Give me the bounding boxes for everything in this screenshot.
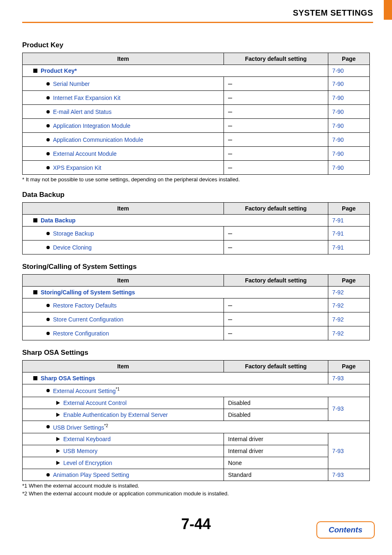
sup-1: *1 <box>116 387 120 391</box>
table-row: USB Memory Internal driver <box>23 445 370 457</box>
link-restore-factory-defaults[interactable]: Restore Factory Defaults <box>53 302 117 309</box>
page-link[interactable]: 7-90 <box>332 150 344 157</box>
th-factory: Factory default setting <box>224 275 328 287</box>
page-link[interactable]: 7-92 <box>332 302 344 309</box>
table-row: External Account Control Disabled 7-93 <box>23 397 370 409</box>
triangle-icon <box>56 413 60 417</box>
link-storing-calling[interactable]: Storing/Calling of System Settings <box>41 289 135 296</box>
page-link[interactable]: 7-91 <box>332 244 344 251</box>
table-row: Restore Factory Defaults – 7-92 <box>23 298 370 312</box>
page-link[interactable]: 7-92 <box>332 316 344 323</box>
footnote-sharp-osa-1: *1 When the external account module is i… <box>22 483 370 489</box>
value: Internal driver <box>224 445 328 457</box>
link-usb-memory[interactable]: USB Memory <box>63 448 97 454</box>
th-item: Item <box>23 203 224 215</box>
section-heading-storing-calling: Storing/Calling of System Settings <box>22 263 370 271</box>
page-link[interactable]: 7-91 <box>332 230 344 237</box>
table-row: Restore Configuration – 7-92 <box>23 326 370 340</box>
th-page: Page <box>328 361 369 372</box>
page-link[interactable]: 7-90 <box>332 95 344 101</box>
triangle-icon <box>56 401 60 405</box>
link-product-key[interactable]: Product Key <box>41 67 74 74</box>
th-factory: Factory default setting <box>224 53 328 65</box>
link-external-account-control[interactable]: External Account Control <box>63 400 127 406</box>
value: – <box>228 301 232 309</box>
table-row: Level of Encryption None <box>23 457 370 469</box>
link-internet-fax-expansion-kit[interactable]: Internet Fax Expansion Kit <box>53 95 120 101</box>
disc-icon <box>46 332 50 335</box>
table-storing-calling: Item Factory default setting Page Storin… <box>22 274 370 340</box>
link-level-of-encryption[interactable]: Level of Encryption <box>63 460 112 466</box>
sup-2: *2 <box>104 423 108 428</box>
footnote-product-key: * It may not be possible to use some set… <box>22 176 370 183</box>
link-serial-number[interactable]: Serial Number <box>53 81 90 87</box>
link-store-current-configuration[interactable]: Store Current Configuration <box>53 316 123 323</box>
disc-icon <box>46 96 50 99</box>
page-link[interactable]: 7-92 <box>332 289 344 296</box>
square-icon <box>33 290 37 294</box>
value: – <box>228 163 232 171</box>
link-restore-configuration[interactable]: Restore Configuration <box>53 330 109 337</box>
page-link[interactable]: 7-93 <box>332 472 344 478</box>
link-external-account-module[interactable]: External Account Module <box>53 150 117 157</box>
section-heading-product-key: Product Key <box>22 41 370 49</box>
contents-button[interactable]: Contents <box>316 521 375 539</box>
link-xps-expansion-kit[interactable]: XPS Expansion Kit <box>53 164 101 171</box>
page-link[interactable]: 7-93 <box>332 448 344 454</box>
accent-band <box>384 0 392 20</box>
table-row: External Account Module – 7-90 <box>23 147 370 161</box>
page-link[interactable]: 7-93 <box>332 405 344 412</box>
table-data-backup: Item Factory default setting Page Data B… <box>22 202 370 254</box>
table-row: Enable Authentication by External Server… <box>23 409 370 421</box>
value: Standard <box>224 469 328 481</box>
link-usb-driver-settings[interactable]: USB Driver Settings <box>53 424 104 430</box>
link-sharp-osa-settings[interactable]: Sharp OSA Settings <box>41 375 95 382</box>
link-data-backup[interactable]: Data Backup <box>41 217 76 224</box>
th-factory: Factory default setting <box>224 361 328 372</box>
link-enable-auth-by-external-server[interactable]: Enable Authentication by External Server <box>63 412 168 418</box>
table-product-key: Item Factory default setting Page Produc… <box>22 53 370 175</box>
disc-icon <box>46 304 50 307</box>
value: Internal driver <box>224 433 328 445</box>
value: – <box>228 107 232 116</box>
value: – <box>228 93 232 102</box>
page-link[interactable]: 7-93 <box>332 375 344 382</box>
table-row: XPS Expansion Kit – 7-90 <box>23 161 370 175</box>
link-storage-backup[interactable]: Storage Backup <box>53 230 94 237</box>
link-email-alert-and-status[interactable]: E-mail Alert and Status <box>53 109 111 115</box>
link-application-communication-module[interactable]: Application Communication Module <box>53 136 143 143</box>
link-external-keyboard[interactable]: External Keyboard <box>63 436 111 442</box>
page-link[interactable]: 7-92 <box>332 330 344 337</box>
table-row: Store Current Configuration – 7-92 <box>23 312 370 326</box>
link-application-integration-module[interactable]: Application Integration Module <box>53 123 130 129</box>
disc-icon <box>46 166 50 169</box>
disc-icon <box>46 232 50 235</box>
disc-icon <box>46 425 50 428</box>
value: Disabled <box>224 409 328 421</box>
link-animation-play-speed-setting[interactable]: Animation Play Speed Setting <box>53 472 129 478</box>
link-device-cloning[interactable]: Device Cloning <box>53 244 92 251</box>
page-link[interactable]: 7-90 <box>332 136 344 143</box>
page-link[interactable]: 7-90 <box>332 123 344 129</box>
page-link[interactable]: 7-90 <box>332 67 344 74</box>
table-row: Serial Number – 7-90 <box>23 77 370 91</box>
page-link[interactable]: 7-90 <box>332 164 344 171</box>
section-heading-data-backup: Data Backup <box>22 191 370 199</box>
section-heading-sharp-osa: Sharp OSA Settings <box>22 349 370 357</box>
th-page: Page <box>328 203 369 215</box>
page-link[interactable]: 7-90 <box>332 81 344 87</box>
link-external-account-setting[interactable]: External Account Setting <box>53 388 116 394</box>
disc-icon <box>46 473 50 476</box>
disc-icon <box>46 246 50 249</box>
disc-icon <box>46 82 50 86</box>
page-link[interactable]: 7-90 <box>332 109 344 115</box>
triangle-icon <box>56 461 60 465</box>
value: – <box>228 315 232 323</box>
table-row: Storage Backup – 7-91 <box>23 227 370 240</box>
value: – <box>228 79 232 88</box>
table-row: Application Communication Module – 7-90 <box>23 133 370 147</box>
table-row: Animation Play Speed Setting Standard 7-… <box>23 469 370 481</box>
disc-icon <box>46 138 50 141</box>
square-icon <box>33 69 37 73</box>
page-link[interactable]: 7-91 <box>332 217 344 224</box>
